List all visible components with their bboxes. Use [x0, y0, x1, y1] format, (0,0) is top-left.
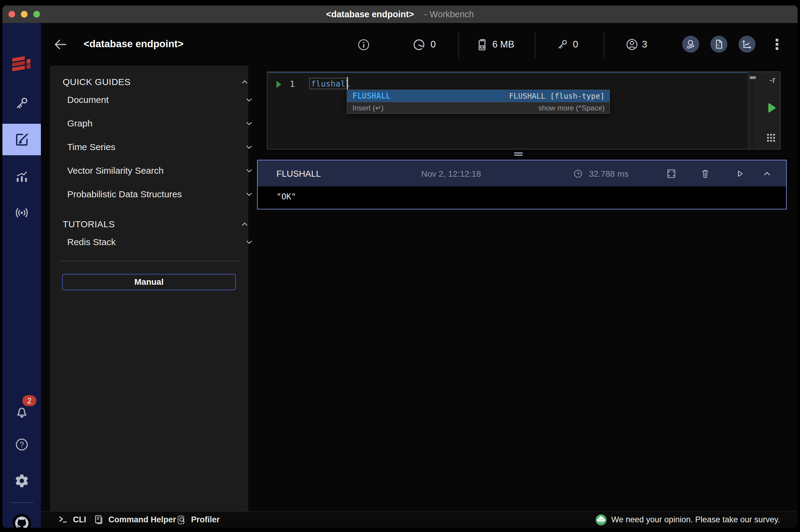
back-arrow-icon	[52, 37, 68, 52]
guide-item-document[interactable]: Document	[50, 92, 265, 108]
chevron-down-icon	[244, 236, 255, 248]
editor-top-highlight	[267, 72, 748, 73]
tutorials-title: TUTORIALS	[63, 219, 115, 229]
database-name: <database endpoint>	[83, 38, 184, 50]
sidebar-item-settings[interactable]	[2, 473, 41, 489]
db-info-icon[interactable]	[357, 38, 371, 52]
result-output: "OK"	[277, 192, 296, 201]
sidebar-item-browser[interactable]	[2, 95, 41, 112]
sidebar-item-notifications[interactable]	[2, 404, 41, 420]
tutorial-item-redis-stack[interactable]: Redis Stack	[50, 234, 265, 250]
editor-scrollbar[interactable]	[749, 72, 757, 149]
panel-resize-handle[interactable]	[514, 153, 523, 155]
collapse-result-button[interactable]	[761, 168, 773, 180]
window-controls	[8, 5, 40, 23]
sidebar-item-workbench[interactable]	[2, 124, 41, 155]
bottom-toolbar: CLI Command Helper Profiler	[41, 511, 798, 528]
guide-item-label: Document	[67, 95, 109, 105]
guide-item-label: Time Series	[67, 142, 115, 152]
profiler-icon	[175, 514, 187, 526]
rerun-command-button[interactable]	[734, 168, 746, 180]
fullscreen-button[interactable]	[665, 168, 677, 180]
window-title: <database endpoint>- Workbench	[326, 10, 474, 19]
quick-guides-title: QUICK GUIDES	[63, 77, 131, 87]
profiler-toggle[interactable]: Profiler	[175, 511, 220, 528]
current-word-box: flushall	[309, 78, 347, 89]
survey-monkey-icon	[595, 514, 607, 526]
analytics-icon	[14, 169, 30, 185]
sidebar-item-pubsub[interactable]	[2, 204, 41, 221]
sidebar-divider	[11, 502, 33, 503]
svg-text:?: ?	[20, 440, 24, 449]
guide-item-probabilistic[interactable]: Probabilistic Data Structures	[50, 186, 265, 202]
editor-scrollbar-thumb[interactable]	[750, 76, 756, 79]
command-helper-toggle[interactable]: Command Helper	[93, 511, 176, 528]
guide-item-label: Graph	[67, 118, 92, 129]
window-title-db: <database endpoint>	[326, 10, 414, 19]
line-chart-icon	[741, 38, 753, 50]
guide-item-vector-similarity[interactable]: Vector Similarity Search	[50, 163, 265, 178]
clock-icon	[572, 168, 584, 180]
header-divider	[535, 32, 535, 58]
tutorials-header[interactable]: TUTORIALS	[50, 216, 261, 232]
back-button[interactable]	[52, 37, 68, 52]
guide-item-time-series[interactable]: Time Series	[50, 139, 265, 155]
github-icon	[13, 514, 31, 528]
clients-icon	[625, 38, 639, 52]
sidebar-item-analytics[interactable]	[2, 168, 41, 185]
chevron-down-icon	[244, 118, 255, 129]
play-icon	[765, 102, 777, 114]
suggestion-label: FLUSHALL	[352, 91, 390, 100]
command-helper-label: Command Helper	[108, 515, 176, 525]
chevron-up-icon	[239, 77, 250, 88]
document-icon	[93, 514, 105, 526]
manual-button[interactable]: Manual	[62, 274, 236, 290]
guide-item-label: Vector Similarity Search	[67, 166, 164, 176]
guide-item-graph[interactable]: Graph	[50, 116, 265, 131]
run-query-button[interactable]	[765, 102, 777, 114]
kebab-menu-icon	[773, 36, 781, 52]
suggestion-item-selected[interactable]: FLUSHALL FLUSHALL [flush-type]	[347, 90, 610, 102]
profiler-label: Profiler	[191, 515, 220, 525]
desktop: <database endpoint>- Workbench	[0, 0, 800, 532]
notification-count: 2	[27, 396, 32, 405]
sidebar-item-help[interactable]: ?	[2, 437, 41, 452]
redis-logo	[2, 52, 41, 73]
command-result-card: FLUSHALL Nov 2, 12:12:18 32.788 ms	[257, 160, 787, 209]
bell-icon	[14, 404, 30, 419]
chevron-down-icon	[244, 189, 255, 200]
minimize-window-button[interactable]	[21, 11, 27, 18]
cli-label: CLI	[73, 515, 86, 525]
analytics-view-button[interactable]	[739, 36, 756, 53]
show-more-hint[interactable]: show more (^Space)	[538, 104, 605, 112]
survey-link[interactable]: We need your opinion. Please take our su…	[595, 511, 780, 528]
svg-text:{;}: {;}	[717, 43, 723, 46]
cli-toggle[interactable]: CLI	[58, 511, 86, 528]
run-line-icon[interactable]	[275, 80, 282, 89]
key-browser-icon	[14, 95, 30, 111]
window-title-app: - Workbench	[424, 10, 474, 19]
result-command: FLUSHALL	[277, 169, 321, 179]
quick-guides-header[interactable]: QUICK GUIDES	[50, 74, 261, 90]
json-document-icon: {;}	[713, 38, 725, 50]
notification-badge: 2	[22, 395, 36, 406]
nav-sidebar: 2 ?	[2, 23, 41, 528]
chevron-down-icon	[244, 165, 255, 176]
suggestion-signature: FLUSHALL [flush-type]	[509, 92, 605, 100]
workbench-icon	[2, 131, 41, 148]
drag-handle[interactable]	[766, 133, 776, 142]
fullscreen-icon	[666, 168, 677, 179]
grid-dots-icon	[766, 133, 776, 142]
json-view-button[interactable]: {;}	[710, 36, 727, 53]
memory-icon	[475, 38, 489, 52]
more-menu-button[interactable]	[773, 36, 783, 52]
close-window-button[interactable]	[8, 11, 15, 18]
delete-result-button[interactable]	[699, 168, 711, 180]
insert-hint: Insert (↵)	[352, 104, 384, 112]
sidebar-item-github[interactable]	[2, 514, 41, 528]
clients-value: 3	[642, 39, 647, 50]
titlebar: <database endpoint>- Workbench	[2, 5, 798, 23]
browse-guides-button[interactable]	[682, 36, 699, 53]
cpu-value: 0	[431, 39, 436, 50]
zoom-window-button[interactable]	[33, 11, 40, 18]
